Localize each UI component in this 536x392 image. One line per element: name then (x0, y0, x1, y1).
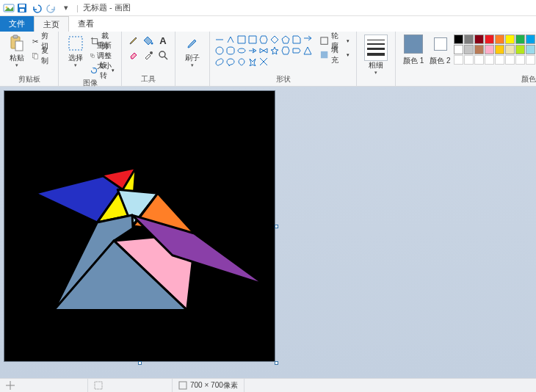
rotate-button[interactable]: 旋转▾ (88, 64, 117, 77)
group-colors-label: 颜色 (400, 73, 536, 86)
color-swatch[interactable] (505, 35, 515, 44)
color-swatch[interactable] (454, 35, 463, 44)
shape-option[interactable] (236, 46, 247, 56)
shape-option[interactable] (269, 46, 280, 56)
color-swatch[interactable] (526, 45, 535, 54)
group-brushes-label (180, 76, 205, 86)
svg-rect-10 (69, 37, 82, 50)
picker-tool[interactable] (141, 48, 156, 62)
shape-option[interactable] (291, 35, 302, 45)
shape-option[interactable] (280, 35, 291, 45)
resize-handle-s[interactable] (138, 361, 142, 365)
resize-handle-se[interactable] (275, 361, 278, 365)
shape-option[interactable] (247, 35, 258, 45)
color-palette (454, 33, 536, 65)
color-swatch[interactable] (464, 35, 474, 44)
paste-button[interactable]: 粘贴 ▾ (4, 33, 29, 70)
shape-option[interactable] (225, 46, 236, 56)
shape-option[interactable] (225, 35, 236, 45)
qat-customize-button[interactable]: ▾ (59, 1, 73, 15)
crosshair-icon (6, 381, 15, 390)
status-dimensions: 700 × 700像素 (173, 379, 245, 392)
resize-handle-e[interactable] (275, 225, 278, 228)
shape-fill-button[interactable]: 填充▾ (317, 48, 352, 62)
eraser-tool[interactable] (126, 48, 141, 62)
thickness-button[interactable]: 粗细 ▾ (361, 33, 391, 77)
select-icon (67, 35, 84, 52)
color1-button[interactable]: 颜色 1 (400, 33, 427, 67)
paste-label: 粘贴 (10, 54, 24, 62)
color-swatch[interactable] (495, 35, 504, 44)
shape-option[interactable] (225, 57, 236, 67)
pencil-tool[interactable] (126, 33, 141, 48)
paste-dropdown-icon: ▾ (15, 62, 18, 68)
shape-option[interactable] (214, 46, 225, 56)
brush-icon (184, 35, 201, 52)
color-swatch[interactable] (485, 55, 494, 65)
color-swatch[interactable] (495, 45, 504, 54)
copy-label: 复制 (41, 46, 51, 66)
shape-option[interactable] (214, 35, 225, 45)
color-swatch[interactable] (464, 55, 474, 65)
shape-option[interactable] (247, 46, 258, 56)
tab-view[interactable]: 查看 (69, 16, 103, 32)
color-swatch[interactable] (495, 55, 504, 65)
qat-redo-button[interactable] (45, 1, 58, 15)
color-swatch[interactable] (474, 35, 484, 44)
group-shapes: 轮廓▾ 填充▾ 形状 (210, 32, 357, 86)
group-tools: A 工具 (122, 32, 175, 86)
workspace[interactable] (0, 87, 536, 378)
color-swatch[interactable] (454, 45, 463, 54)
copy-button[interactable]: 复制 (29, 49, 54, 62)
brush-button[interactable]: 刷子 ▾ (180, 33, 205, 70)
shape-option[interactable] (247, 57, 258, 67)
shape-gallery[interactable] (214, 33, 313, 67)
rotate-icon (90, 65, 98, 76)
fill-icon (319, 50, 329, 60)
color1-swatch (404, 35, 423, 54)
svg-point-13 (151, 43, 153, 45)
color2-label: 颜色 2 (430, 57, 450, 65)
shape-option[interactable] (236, 57, 247, 67)
color-swatch[interactable] (485, 45, 494, 54)
color2-button[interactable]: 颜色 2 (427, 33, 453, 67)
fill-tool[interactable] (141, 33, 156, 48)
magnifier-tool[interactable] (156, 48, 170, 62)
color-swatch[interactable] (474, 45, 484, 54)
color-swatch[interactable] (515, 45, 525, 54)
brush-label: 刷子 (185, 54, 200, 62)
color-swatch[interactable] (515, 55, 525, 65)
color-swatch[interactable] (454, 55, 463, 65)
select-dropdown-icon: ▾ (74, 62, 77, 68)
color-swatch[interactable] (515, 35, 525, 44)
tab-file[interactable]: 文件 (0, 16, 34, 32)
thickness-dropdown-icon: ▾ (374, 70, 377, 76)
shape-option[interactable] (258, 57, 269, 67)
select-button[interactable]: 选择 ▾ (63, 33, 88, 70)
group-thickness: 粗细 ▾ (357, 32, 396, 86)
shape-option[interactable] (303, 46, 313, 56)
shape-option[interactable] (269, 35, 280, 45)
shape-option[interactable] (303, 35, 313, 45)
qat-undo-button[interactable] (30, 1, 43, 15)
group-clipboard-label: 剪贴板 (4, 73, 54, 86)
color-swatch[interactable] (464, 45, 474, 54)
tab-home[interactable]: 主页 (34, 16, 69, 32)
shape-option[interactable] (280, 46, 291, 56)
canvas[interactable] (4, 90, 275, 362)
shape-option[interactable] (236, 35, 247, 45)
group-image: 选择 ▾ 裁剪 重新调整大小 旋转▾ 图像 (59, 32, 122, 86)
text-tool[interactable]: A (156, 33, 170, 48)
shape-option[interactable] (214, 57, 225, 67)
color-swatch[interactable] (526, 35, 535, 44)
shape-option[interactable] (258, 46, 269, 56)
color-swatch[interactable] (526, 55, 535, 65)
color-swatch[interactable] (474, 55, 484, 65)
shape-option[interactable] (291, 46, 302, 56)
select-label: 选择 (68, 54, 83, 62)
color-swatch[interactable] (505, 55, 515, 65)
shape-option[interactable] (258, 35, 269, 45)
qat-save-button[interactable] (15, 1, 29, 15)
color-swatch[interactable] (505, 45, 515, 54)
color-swatch[interactable] (485, 35, 494, 44)
